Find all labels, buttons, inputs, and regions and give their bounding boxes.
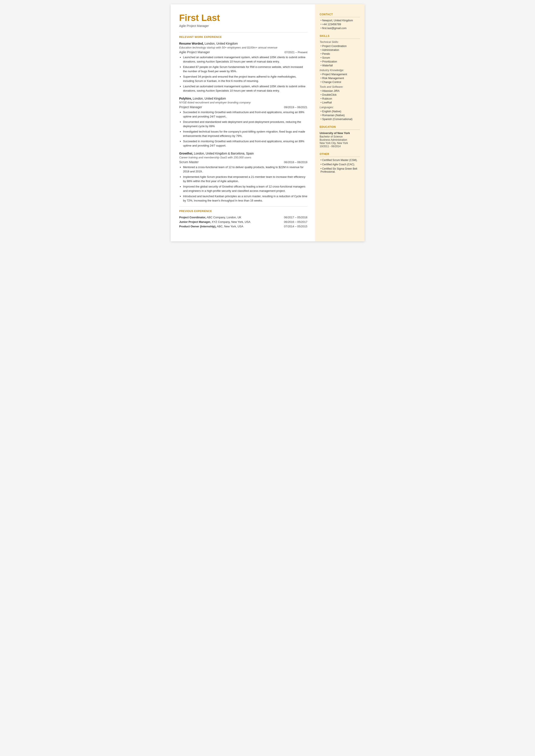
skills-section: SKILLS Technical Skills: Project Coordin… xyxy=(320,35,360,121)
company-name-1: Resume Worded, xyxy=(179,42,204,45)
other-section-title: OTHER xyxy=(320,153,360,157)
bullet-3-1: Mentored a cross-functional team of 12 t… xyxy=(183,165,307,174)
edu-dates: 10/2011 - 06/2014 xyxy=(320,145,360,148)
bullet-2-2: Documented and standardized web deployme… xyxy=(183,120,307,128)
company-name-2: Polyhire, xyxy=(179,97,192,100)
skill-pendo: Pendo xyxy=(320,52,360,55)
bullet-2-1: Succeeded in monitoring Growthsi web inf… xyxy=(183,110,307,119)
technical-skills-label: Technical Skills: xyxy=(320,41,360,43)
skill-doubleclick: DoubleClick xyxy=(320,93,360,96)
job-header-2: Project Manager 09/2019 – 06/2021 xyxy=(179,105,307,109)
bullet-3-3: Improved the global security of Growthsi… xyxy=(183,184,307,193)
bullet-3-4: Introduced and launched Kanban principle… xyxy=(183,194,307,203)
lang-spanish: Spanish (Conversational) xyxy=(320,118,360,121)
company-location-2: London, United Kingdom xyxy=(192,97,226,100)
industry-knowledge-label: Industry Knowledge: xyxy=(320,69,360,72)
contact-email: first.last@gmail.com xyxy=(320,27,360,30)
prev-exp-right-1: 06/2017 – 05/2018 xyxy=(284,216,307,219)
skill-atlassian-jira: Atlassian JIRA xyxy=(320,90,360,93)
skill-project-management: Project Management xyxy=(320,73,360,76)
employer-resume-worded: Resume Worded, London, United Kingdom Ed… xyxy=(179,42,307,93)
job-dates-2: 09/2019 – 06/2021 xyxy=(284,106,307,109)
bullet-2-4: Succeeded in monitoring Growthsi web inf… xyxy=(183,139,307,148)
previous-exp-section-title: PREVIOUS EXPERIENCE xyxy=(179,210,307,213)
candidate-name: First Last xyxy=(179,13,307,23)
prev-exp-row-1: Project Coordinator, ABC Company, London… xyxy=(179,216,307,219)
company-tagline-1: Education technology startup with 50+ em… xyxy=(179,46,307,49)
skill-rubicon: Rubicon xyxy=(320,97,360,100)
tools-label: Tools and Software: xyxy=(320,85,360,88)
bullet-3-2: Implemented Agile Scrum practices that e… xyxy=(183,175,307,183)
education-section: EDUCATION University of New York Bachelo… xyxy=(320,126,360,148)
left-column: First Last Agile Project Manager RELEVAN… xyxy=(171,4,315,241)
education-section-title: EDUCATION xyxy=(320,126,360,130)
bullet-list-3: Mentored a cross-functional team of 12 t… xyxy=(179,165,307,203)
job-header-3: Scrum Master 06/2018 – 08/2019 xyxy=(179,160,307,164)
job-dates-3: 06/2018 – 08/2019 xyxy=(284,160,307,164)
candidate-title: Agile Project Manager xyxy=(179,24,307,28)
job-title-3: Scrum Master xyxy=(179,160,199,164)
job-title-1: Agile Project Manager xyxy=(179,50,210,54)
bullet-1-3: Supervised 34 projects and ensured that … xyxy=(183,74,307,83)
company-location-3: London, United Kingdom & Barcelona, Spai… xyxy=(193,152,254,155)
edu-school: University of New York xyxy=(320,131,360,135)
job-title-2: Project Manager xyxy=(179,105,202,109)
languages-label: Languages: xyxy=(320,106,360,109)
other-cac: Certified Agile Coach (CAC). xyxy=(320,163,360,166)
divider-1 xyxy=(179,32,307,33)
prev-exp-left-2: Junior Project Manager, XYZ Company, New… xyxy=(179,220,284,223)
lang-romanian: Romanian (Native) xyxy=(320,114,360,117)
employer-header-3: Growthsi, London, United Kingdom & Barce… xyxy=(179,152,307,155)
other-six-sigma: Certified Six Sigma Green Belt Professio… xyxy=(320,167,360,173)
bullet-1-2: Educated 87 people on Agile Scrum fundam… xyxy=(183,65,307,73)
prev-exp-right-2: 06/2016 – 05/2017 xyxy=(284,220,307,223)
skill-change-control: Change Control xyxy=(320,81,360,84)
other-csm: Certified Scrum Master (CSM). xyxy=(320,159,360,162)
company-name-3: Growthsi, xyxy=(179,152,193,155)
employer-polyhire: Polyhire, London, United Kingdom NYSE-li… xyxy=(179,97,307,148)
skills-section-title: SKILLS xyxy=(320,35,360,39)
relevant-work-section-title: RELEVANT WORK EXPERIENCE xyxy=(179,36,307,40)
prev-exp-left-3: Product Owner (Internship), ABC, New Yor… xyxy=(179,225,284,228)
skill-project-coordination: Project Coordination xyxy=(320,44,360,48)
bullet-list-1: Launched an automated content management… xyxy=(179,55,307,93)
prev-exp-right-3: 07/2014 – 05/2015 xyxy=(284,225,307,228)
skill-scrum: Scrum xyxy=(320,56,360,59)
company-location-1: London, United Kingdom xyxy=(204,42,238,45)
employer-header-2: Polyhire, London, United Kingdom xyxy=(179,97,307,100)
job-dates-1: 07/2021 – Present xyxy=(284,51,307,54)
other-section: OTHER Certified Scrum Master (CSM). Cert… xyxy=(320,153,360,173)
prev-exp-row-3: Product Owner (Internship), ABC, New Yor… xyxy=(179,225,307,228)
company-tagline-2: NYSE-listed recruitment and employer bra… xyxy=(179,101,307,104)
skill-waterfall: Waterfall xyxy=(320,64,360,67)
contact-section-title: CONTACT xyxy=(320,13,360,17)
skill-risk-management: Risk Management xyxy=(320,77,360,80)
bullet-1-1: Launched an automated content management… xyxy=(183,55,307,64)
right-column: CONTACT Newport, United Kingdom +44 1234… xyxy=(315,4,365,241)
bullet-2-3: Investigated technical issues for the co… xyxy=(183,129,307,138)
contact-section: CONTACT Newport, United Kingdom +44 1234… xyxy=(320,13,360,30)
contact-location: Newport, United Kingdom xyxy=(320,19,360,22)
company-tagline-3: Career training and membership SaaS with… xyxy=(179,156,307,159)
prev-exp-left-1: Project Coordinator, ABC Company, London… xyxy=(179,216,284,219)
employer-header-1: Resume Worded, London, United Kingdom xyxy=(179,42,307,45)
bullet-1-4: Launched an automated content management… xyxy=(183,84,307,93)
edu-field: Business Administration xyxy=(320,138,360,141)
contact-phone: +44 123456789 xyxy=(320,23,360,26)
prev-exp-row-2: Junior Project Manager, XYZ Company, New… xyxy=(179,220,307,223)
employer-growthsi: Growthsi, London, United Kingdom & Barce… xyxy=(179,152,307,203)
edu-location: New York City, New York xyxy=(320,142,360,145)
skill-prioritization: Prioritization xyxy=(320,60,360,63)
lang-english: English (Native) xyxy=(320,110,360,113)
edu-degree: Bachelor of Science xyxy=(320,135,360,138)
resume-document: First Last Agile Project Manager RELEVAN… xyxy=(171,4,365,241)
bullet-list-2: Succeeded in monitoring Growthsi web inf… xyxy=(179,110,307,148)
job-header-1: Agile Project Manager 07/2021 – Present xyxy=(179,50,307,54)
skill-liverail: LiveRail xyxy=(320,101,360,104)
skill-administration: Administration xyxy=(320,48,360,51)
